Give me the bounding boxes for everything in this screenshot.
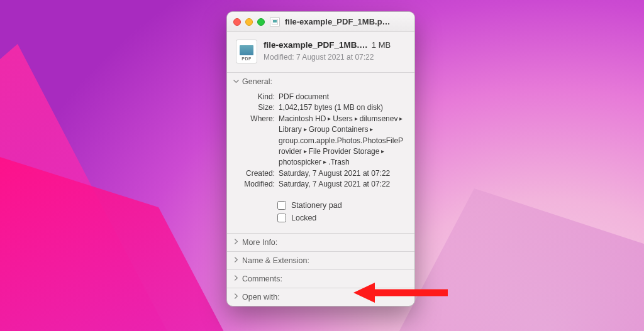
section-open-with-label: Open with: <box>242 293 280 301</box>
chevron-down-icon <box>232 79 240 85</box>
file-modified-summary: Modified: 7 August 2021 at 07:22 <box>264 52 406 62</box>
svg-rect-1 <box>273 20 277 23</box>
minimize-button[interactable] <box>245 18 253 26</box>
titlebar[interactable]: file-example_PDF_1MB.p… <box>227 12 414 32</box>
kv-created: Created: Saturday, 7 August 2021 at 07:2… <box>236 168 406 179</box>
section-general-label: General: <box>242 77 272 86</box>
zoom-button[interactable] <box>257 18 265 26</box>
chevron-right-icon <box>232 239 240 246</box>
file-summary: PDF file-example_PDF_1MB.… 1 MB Modified… <box>227 32 414 73</box>
chevron-right-icon <box>232 257 240 264</box>
kv-kind: Kind: PDF document <box>236 92 406 102</box>
get-info-window: file-example_PDF_1MB.p… PDF file-example… <box>226 11 415 307</box>
where-path: Macintosh HD▸Users▸dilumsenev▸Library▸Gr… <box>279 114 406 168</box>
stationery-pad-checkbox[interactable] <box>277 201 286 210</box>
section-more-info-header[interactable]: More Info: <box>227 234 414 251</box>
file-size-short: 1 MB <box>368 40 391 51</box>
proxy-icon[interactable] <box>270 17 280 27</box>
section-name-extension-label: Name & Extension: <box>242 256 309 265</box>
chevron-right-icon <box>232 275 240 282</box>
traffic-lights <box>233 18 265 26</box>
stationery-pad-row[interactable]: Stationery pad <box>236 199 406 212</box>
chevron-right-icon <box>232 293 240 300</box>
section-comments-label: Comments: <box>242 274 282 283</box>
section-general-header[interactable]: General: <box>227 73 414 90</box>
section-open-with-header[interactable]: Open with: <box>227 288 414 306</box>
desktop-wallpaper: file-example_PDF_1MB.p… PDF file-example… <box>0 0 644 331</box>
locked-label: Locked <box>291 214 316 222</box>
file-icon: PDF <box>236 40 257 63</box>
kv-where: Where: Macintosh HD▸Users▸dilumsenev▸Lib… <box>236 114 406 168</box>
stationery-pad-label: Stationery pad <box>291 201 342 210</box>
section-comments: Comments: <box>227 270 414 288</box>
locked-checkbox[interactable] <box>277 214 286 222</box>
locked-row[interactable]: Locked <box>236 212 406 224</box>
kv-modified: Modified: Saturday, 7 August 2021 at 07:… <box>236 179 406 190</box>
section-open-with: Open with: <box>227 288 414 306</box>
section-comments-header[interactable]: Comments: <box>227 270 414 288</box>
section-more-info: More Info: <box>227 234 414 252</box>
section-name-extension-header[interactable]: Name & Extension: <box>227 252 414 269</box>
kv-size: Size: 1,042,157 bytes (1 MB on disk) <box>236 102 406 113</box>
section-more-info-label: More Info: <box>242 238 277 247</box>
section-general: General: Kind: PDF document Size: 1,042,… <box>227 73 414 234</box>
section-name-extension: Name & Extension: <box>227 252 414 270</box>
file-name: file-example_PDF_1MB.… <box>264 40 368 51</box>
close-button[interactable] <box>233 18 241 26</box>
window-title: file-example_PDF_1MB.p… <box>285 17 408 26</box>
